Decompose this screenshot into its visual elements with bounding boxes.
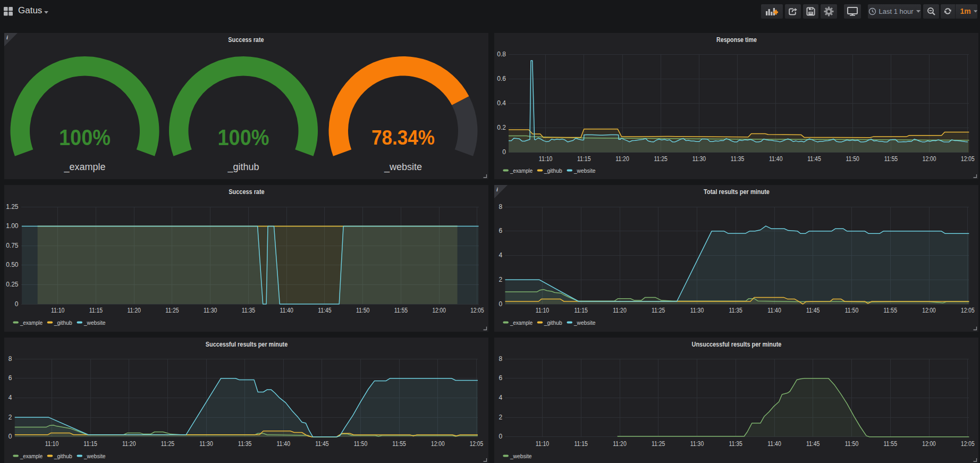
svg-text:6: 6 <box>499 227 503 234</box>
svg-text:11:45: 11:45 <box>806 440 820 448</box>
svg-text:Successful results per minute: Successful results per minute <box>206 340 288 348</box>
svg-text:_example: _example <box>510 319 533 325</box>
svg-text:11:15: 11:15 <box>89 307 103 314</box>
svg-text:11:25: 11:25 <box>652 440 665 448</box>
svg-text:11:35: 11:35 <box>729 307 742 314</box>
svg-text:11:30: 11:30 <box>692 155 706 162</box>
svg-text:0.2: 0.2 <box>497 124 506 131</box>
svg-text:11:45: 11:45 <box>807 155 821 162</box>
svg-text:11:20: 11:20 <box>615 155 629 162</box>
svg-text:100%: 100% <box>218 124 269 149</box>
svg-text:11:30: 11:30 <box>690 440 704 448</box>
svg-text:1.25: 1.25 <box>6 203 19 210</box>
svg-text:12:05: 12:05 <box>470 307 484 314</box>
svg-text:11:10: 11:10 <box>539 155 553 162</box>
svg-text:_github: _github <box>54 452 72 459</box>
svg-text:_website: _website <box>573 319 596 325</box>
svg-text:11:35: 11:35 <box>238 440 252 448</box>
svg-text:0.75: 0.75 <box>6 241 19 249</box>
svg-text:6: 6 <box>499 374 503 382</box>
svg-text:8: 8 <box>9 355 12 362</box>
svg-text:_website: _website <box>83 452 106 459</box>
svg-text:11:55: 11:55 <box>884 440 898 448</box>
svg-text:11:20: 11:20 <box>127 307 141 314</box>
svg-text:4: 4 <box>499 251 503 259</box>
svg-text:_github: _github <box>54 319 72 325</box>
svg-text:11:15: 11:15 <box>574 307 588 314</box>
svg-text:11:15: 11:15 <box>83 440 97 448</box>
svg-text:_example: _example <box>20 319 43 325</box>
svg-text:11:30: 11:30 <box>690 307 704 314</box>
svg-text:Total results per minute: Total results per minute <box>704 188 770 196</box>
svg-text:11:10: 11:10 <box>45 440 59 448</box>
svg-text:11:20: 11:20 <box>613 440 627 448</box>
svg-text:0: 0 <box>15 300 19 307</box>
svg-text:11:55: 11:55 <box>884 155 898 162</box>
svg-text:11:25: 11:25 <box>165 307 179 314</box>
svg-text:11:10: 11:10 <box>536 440 550 448</box>
svg-text:_website: _website <box>573 167 596 173</box>
svg-text:11:15: 11:15 <box>577 155 591 162</box>
svg-text:4: 4 <box>499 393 503 401</box>
svg-text:12:05: 12:05 <box>961 307 975 314</box>
svg-text:12:05: 12:05 <box>961 440 975 448</box>
svg-text:11:45: 11:45 <box>806 307 820 314</box>
svg-text:_example: _example <box>20 452 43 459</box>
svg-text:4: 4 <box>9 393 12 401</box>
svg-text:11:50: 11:50 <box>356 307 370 314</box>
svg-text:11:40: 11:40 <box>767 440 781 448</box>
svg-text:11:15: 11:15 <box>574 440 588 448</box>
svg-text:_github: _github <box>544 319 562 325</box>
svg-text:_github: _github <box>544 167 562 173</box>
svg-text:_example: _example <box>510 167 533 173</box>
svg-text:11:10: 11:10 <box>51 307 65 314</box>
svg-text:Unsuccessful results per minut: Unsuccessful results per minute <box>692 340 782 348</box>
svg-text:11:50: 11:50 <box>845 307 859 314</box>
svg-text:Success rate: Success rate <box>229 188 264 196</box>
svg-text:11:35: 11:35 <box>729 440 742 448</box>
svg-text:11:50: 11:50 <box>354 440 368 448</box>
svg-text:11:50: 11:50 <box>846 155 859 162</box>
svg-text:78.34%: 78.34% <box>371 125 435 148</box>
svg-text:_github: _github <box>227 161 259 172</box>
svg-text:11:45: 11:45 <box>315 440 329 448</box>
svg-text:11:40: 11:40 <box>767 307 781 314</box>
svg-text:_example: _example <box>63 161 105 172</box>
svg-text:0.4: 0.4 <box>497 99 506 107</box>
svg-text:100%: 100% <box>59 124 111 149</box>
svg-text:0.50: 0.50 <box>6 261 19 268</box>
svg-text:1.00: 1.00 <box>6 222 19 230</box>
svg-text:11:40: 11:40 <box>769 155 783 162</box>
svg-text:8: 8 <box>499 203 503 210</box>
svg-text:11:40: 11:40 <box>277 440 291 448</box>
svg-text:0.6: 0.6 <box>497 75 506 82</box>
svg-text:12:00: 12:00 <box>922 307 936 314</box>
svg-text:2: 2 <box>499 413 503 420</box>
svg-text:11:35: 11:35 <box>242 307 256 314</box>
svg-text:12:05: 12:05 <box>961 155 975 162</box>
svg-text:11:20: 11:20 <box>122 440 136 448</box>
svg-text:0: 0 <box>9 433 12 440</box>
svg-text:11:55: 11:55 <box>884 307 898 314</box>
svg-text:2: 2 <box>9 413 12 420</box>
svg-text:Response time: Response time <box>716 36 757 44</box>
svg-text:6: 6 <box>9 374 12 382</box>
svg-text:_website: _website <box>384 161 422 172</box>
svg-text:Success rate: Success rate <box>228 36 264 44</box>
svg-text:11:25: 11:25 <box>161 440 175 448</box>
svg-text:0: 0 <box>499 300 503 307</box>
svg-text:0.8: 0.8 <box>497 50 506 58</box>
svg-text:11:35: 11:35 <box>731 155 745 162</box>
svg-text:11:55: 11:55 <box>394 307 408 314</box>
svg-text:2: 2 <box>499 275 503 283</box>
svg-text:11:30: 11:30 <box>204 307 217 314</box>
svg-text:0.25: 0.25 <box>6 280 19 288</box>
svg-text:_website: _website <box>510 452 532 459</box>
svg-text:11:40: 11:40 <box>280 307 293 314</box>
svg-text:11:50: 11:50 <box>845 440 859 448</box>
svg-text:0: 0 <box>502 148 506 156</box>
svg-text:12:00: 12:00 <box>922 440 936 448</box>
svg-text:8: 8 <box>499 355 503 362</box>
svg-text:11:55: 11:55 <box>392 440 406 448</box>
svg-text:11:25: 11:25 <box>654 155 668 162</box>
